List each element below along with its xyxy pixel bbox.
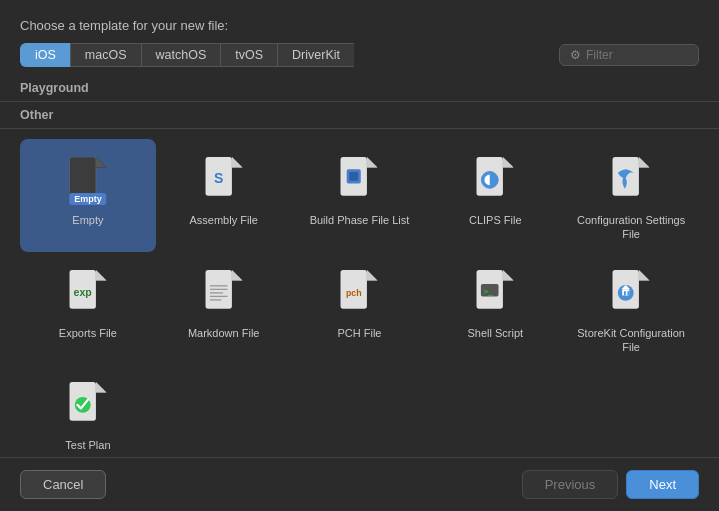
pch-label: PCH File	[337, 326, 381, 340]
svg-marker-38	[503, 270, 514, 281]
svg-rect-0	[69, 157, 95, 196]
exports-icon: exp	[62, 262, 114, 322]
clips-icon	[469, 149, 521, 209]
pch-icon: pch	[333, 262, 385, 322]
build-phase-icon	[333, 149, 385, 209]
items-grid: Empty Empty S Assembly File	[0, 129, 719, 457]
cancel-button[interactable]: Cancel	[20, 470, 106, 499]
template-item-clips[interactable]: CLIPS File	[427, 139, 563, 252]
testplan-label: Test Plan	[65, 438, 110, 452]
template-item-exports[interactable]: exp Exports File	[20, 252, 156, 365]
svg-rect-11	[350, 172, 359, 181]
svg-rect-47	[628, 291, 630, 295]
storekit-label: StoreKit Configuration File	[568, 326, 694, 355]
template-item-testplan[interactable]: Test Plan	[20, 364, 156, 457]
template-item-pch[interactable]: pch PCH File	[292, 252, 428, 365]
dialog-header: Choose a template for your new file:	[0, 0, 719, 43]
tab-tvos[interactable]: tvOS	[220, 43, 277, 67]
tabs-bar: iOS macOS watchOS tvOS DriverKit ⚙	[0, 43, 719, 75]
template-dialog: Choose a template for your new file: iOS…	[0, 0, 719, 511]
empty-label: Empty	[72, 213, 103, 227]
storekit-icon	[605, 262, 657, 322]
tab-driverkit[interactable]: DriverKit	[277, 43, 354, 67]
next-button[interactable]: Next	[626, 470, 699, 499]
svg-marker-5	[232, 157, 243, 168]
markdown-icon	[198, 262, 250, 322]
template-item-config[interactable]: Configuration Settings File	[563, 139, 699, 252]
exports-label: Exports File	[59, 326, 117, 340]
svg-marker-19	[639, 157, 650, 168]
shell-label: Shell Script	[467, 326, 523, 340]
content-area: Playground Other Empty Empty	[0, 75, 719, 457]
build-phase-label: Build Phase File List	[310, 213, 410, 227]
svg-marker-43	[639, 270, 650, 281]
template-item-assembly[interactable]: S Assembly File	[156, 139, 292, 252]
empty-icon: Empty	[62, 149, 114, 209]
empty-badge: Empty	[69, 193, 107, 205]
clips-label: CLIPS File	[469, 213, 522, 227]
header-text: Choose a template for your new file:	[20, 18, 228, 33]
svg-text:S: S	[214, 170, 223, 186]
template-item-storekit[interactable]: StoreKit Configuration File	[563, 252, 699, 365]
testplan-icon	[62, 374, 114, 434]
svg-marker-34	[367, 270, 378, 281]
section-playground: Playground	[0, 75, 719, 101]
assembly-label: Assembly File	[189, 213, 257, 227]
config-label: Configuration Settings File	[568, 213, 694, 242]
svg-marker-50	[96, 382, 107, 393]
config-icon	[605, 149, 657, 209]
section-other: Other	[0, 102, 719, 128]
section-playground-label: Playground	[20, 81, 89, 95]
tab-ios[interactable]: iOS	[20, 43, 70, 67]
shell-icon: >_	[469, 262, 521, 322]
svg-marker-14	[503, 157, 514, 168]
svg-text:>_: >_	[484, 286, 494, 295]
svg-text:exp: exp	[74, 286, 93, 298]
filter-icon: ⚙	[570, 48, 581, 62]
filter-input[interactable]	[586, 48, 686, 62]
filter-box[interactable]: ⚙	[559, 44, 699, 66]
svg-text:pch: pch	[346, 288, 362, 298]
footer-right-buttons: Previous Next	[522, 470, 699, 499]
markdown-label: Markdown File	[188, 326, 260, 340]
svg-marker-2	[96, 157, 107, 168]
tab-macos[interactable]: macOS	[70, 43, 141, 67]
svg-marker-9	[367, 157, 378, 168]
section-other-label: Other	[20, 108, 53, 122]
svg-marker-22	[96, 270, 107, 281]
template-item-markdown[interactable]: Markdown File	[156, 252, 292, 365]
template-item-empty[interactable]: Empty Empty	[20, 139, 156, 252]
assembly-icon: S	[198, 149, 250, 209]
svg-marker-26	[232, 270, 243, 281]
footer: Cancel Previous Next	[0, 457, 719, 511]
template-item-shell[interactable]: >_ Shell Script	[427, 252, 563, 365]
previous-button[interactable]: Previous	[522, 470, 619, 499]
svg-rect-46	[624, 291, 626, 295]
template-item-build-phase[interactable]: Build Phase File List	[292, 139, 428, 252]
tab-watchos[interactable]: watchOS	[141, 43, 221, 67]
